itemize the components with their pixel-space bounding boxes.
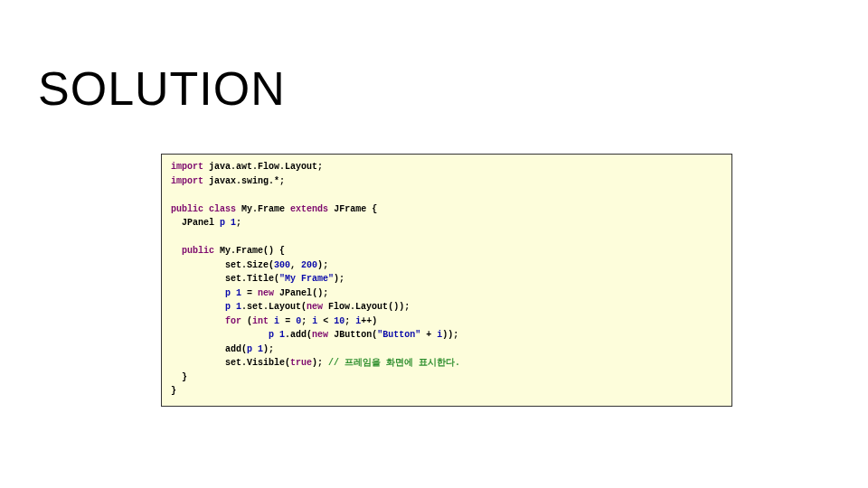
kw-for: for [225,316,241,326]
field-type: JPanel [182,218,214,228]
import-2: javax.swing.* [209,176,279,186]
var-p1: p 1 [247,344,263,354]
var-p1: p 1 [225,302,241,312]
kw-public: public [171,204,203,214]
fn-setsize: set.Size [225,260,269,270]
num-10: 10 [334,316,344,326]
superclass: JFrame [334,204,366,214]
kw-int: int [252,316,269,326]
inc: ++ [361,316,372,326]
eq: = [247,288,252,298]
ctor-name: My.Frame [220,246,263,256]
page-title: SOLUTION [38,61,286,116]
fn-settitle: set.Title [225,274,274,284]
code-box: import java.awt.Flow.Layout; import java… [161,154,732,407]
fn-add: add [225,344,241,354]
semicolon: ; [279,176,285,186]
semicolon: ; [317,162,323,172]
semicolon: ; [344,316,350,326]
fn-setlayout: set.Layout [247,302,301,312]
semicolon: ; [317,358,323,368]
semicolon: ; [323,288,328,298]
fn-setvisible: set.Visible [225,358,285,368]
kw-true: true [290,358,312,368]
kw-new: new [312,330,328,340]
field-name: p 1 [220,218,236,228]
lbrace: { [279,246,285,256]
num-h: 200 [301,260,317,270]
kw-public: public [182,246,214,256]
type-flowlayout: Flow.Layout [328,302,388,312]
semicolon: ; [236,218,241,228]
kw-import: import [171,176,203,186]
num-w: 300 [274,260,290,270]
class-name: My.Frame [241,204,285,214]
comma: , [290,260,296,270]
semicolon: ; [269,344,274,354]
semicolon: ; [339,274,344,284]
fn-add: add [290,330,307,340]
semicolon: ; [404,302,410,312]
plus: + [426,330,431,340]
comment: // 프레임을 화면에 표시한다. [328,358,460,368]
rparen: ) [269,246,274,256]
var-i: i [312,316,317,326]
kw-import: import [171,162,203,172]
kw-new: new [258,288,274,298]
semicolon: ; [453,330,458,340]
type-jpanel: JPanel [279,288,312,298]
eq: = [285,316,290,326]
var-i: i [274,316,279,326]
rparen: ) [372,316,377,326]
kw-class: class [209,204,236,214]
import-1: java.awt.Flow.Layout [209,162,317,172]
lbrace: { [372,204,377,214]
title-str: "My Frame" [279,274,334,284]
rbrace: } [171,386,176,396]
semicolon: ; [301,316,307,326]
btn-str: "Button" [377,330,420,340]
kw-extends: extends [290,204,328,214]
kw-new: new [307,302,323,312]
rbrace: } [182,372,187,382]
semicolon: ; [323,260,328,270]
lt: < [323,316,328,326]
type-jbutton: JButton [334,330,372,340]
var-p1: p 1 [225,288,241,298]
code-block: import java.awt.Flow.Layout; import java… [171,160,722,399]
var-p1: p 1 [269,330,285,340]
